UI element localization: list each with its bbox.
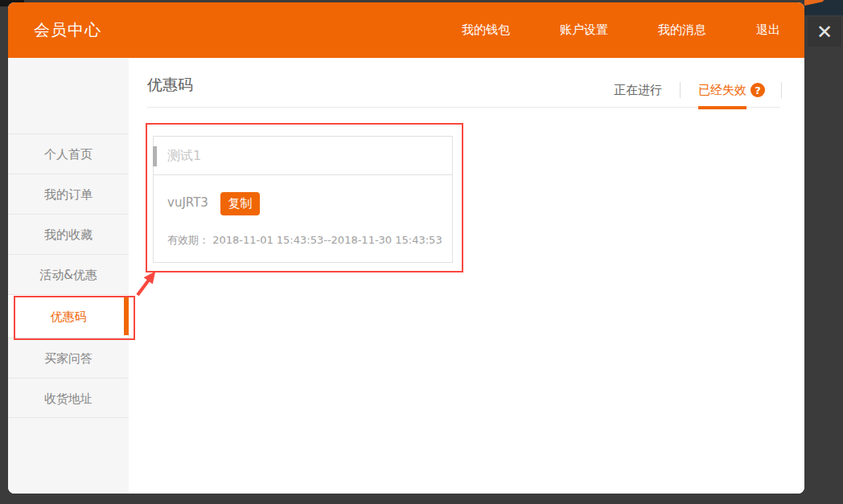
sidebar: 个人首页 我的订单 我的收藏 活动&优惠 优惠码 买家问答 收货地址 (8, 58, 129, 494)
nav-account-settings[interactable]: 账户设置 (560, 23, 608, 38)
coupon-card-body: vuJRT3 复制 有效期： 2018-11-01 15:43:53--2018… (154, 175, 452, 263)
modal-body: 个人首页 我的订单 我的收藏 活动&优惠 优惠码 买家问答 收货地址 优惠码 正… (8, 58, 804, 494)
nav-my-wallet[interactable]: 我的钱包 (462, 23, 510, 38)
annotation-arrow-icon (134, 267, 167, 301)
tab-separator (680, 82, 681, 98)
help-icon[interactable]: ? (750, 83, 765, 97)
tab-separator (781, 82, 782, 98)
underlying-page-corner (804, 0, 843, 15)
tabs: 正在进行 已经失效 ? (614, 82, 782, 98)
coupon-card: 测试1 vuJRT3 复制 有效期： 2018-11-01 15:43:53--… (153, 136, 453, 263)
modal-title: 会员中心 (8, 19, 101, 41)
active-tab-underline (698, 106, 746, 109)
header-divider (147, 107, 780, 108)
sidebar-item-favorites[interactable]: 我的收藏 (8, 214, 129, 254)
validity-period: 有效期： 2018-11-01 15:43:53--2018-11-30 15:… (167, 233, 442, 248)
tab-expired[interactable]: 已经失效 (698, 83, 746, 98)
page-title: 优惠码 (147, 75, 193, 96)
sidebar-item-label: 优惠码 (51, 309, 87, 324)
close-button[interactable]: ✕ (808, 17, 841, 47)
member-center-modal: 会员中心 我的钱包 账户设置 我的消息 退出 个人首页 我的订单 我的收藏 活动… (8, 2, 804, 494)
sidebar-item-home[interactable]: 个人首页 (8, 133, 129, 174)
logo-fragment (804, 0, 824, 6)
coupon-code: vuJRT3 (167, 195, 208, 210)
tab-expired-group: 已经失效 ? (698, 83, 765, 98)
close-icon: ✕ (816, 21, 833, 43)
sidebar-item-buyer-qa[interactable]: 买家问答 (8, 338, 129, 378)
content-area: 优惠码 正在进行 已经失效 ? (129, 58, 804, 494)
tab-expired-label: 已经失效 (698, 83, 746, 97)
validity-label: 有效期： (167, 234, 209, 246)
nav-my-messages[interactable]: 我的消息 (658, 23, 706, 38)
help-icon-glyph: ? (755, 84, 761, 96)
sidebar-item-orders[interactable]: 我的订单 (8, 174, 129, 214)
page-background: ✕ 会员中心 我的钱包 账户设置 我的消息 退出 个人首页 我的订单 我的收藏 … (0, 0, 843, 504)
nav-logout[interactable]: 退出 (756, 23, 780, 38)
validity-value: 2018-11-01 15:43:53--2018-11-30 15:43:53 (212, 234, 442, 246)
sidebar-item-activities[interactable]: 活动&优惠 (8, 254, 129, 294)
sidebar-spacer (8, 58, 129, 133)
copy-button[interactable]: 复制 (220, 192, 260, 215)
modal-header: 会员中心 我的钱包 账户设置 我的消息 退出 (8, 2, 804, 58)
coupon-name: 测试1 (167, 137, 201, 175)
card-side-marker (153, 146, 157, 166)
header-nav: 我的钱包 账户设置 我的消息 退出 (412, 23, 804, 38)
coupon-card-header: 测试1 (154, 137, 452, 175)
sidebar-item-address[interactable]: 收货地址 (8, 378, 129, 418)
tab-ongoing[interactable]: 正在进行 (614, 83, 662, 98)
sidebar-item-coupon-code[interactable]: 优惠码 (8, 294, 129, 338)
